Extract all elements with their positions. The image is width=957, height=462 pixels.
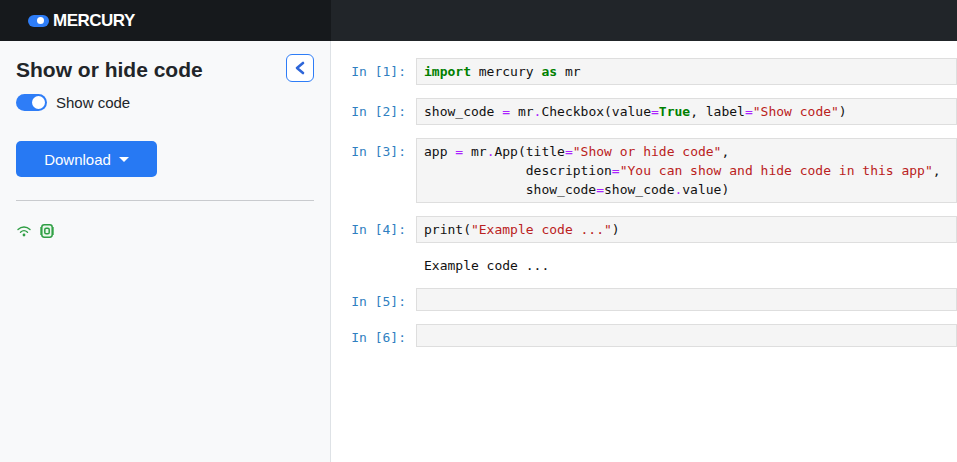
navbar-spacer — [331, 0, 957, 41]
worker-status-icon — [39, 223, 55, 239]
cell-prompt: In [4]: — [331, 216, 416, 243]
chevron-left-icon — [294, 61, 306, 75]
status-indicators — [16, 223, 314, 239]
mercury-brand-link[interactable]: MERCURY — [28, 11, 135, 31]
app-title: Show or hide code — [16, 54, 203, 82]
notebook-cell: In [5]: — [331, 288, 957, 311]
mercury-logo-icon — [28, 15, 49, 27]
cell-code — [417, 325, 956, 344]
top-navbar: MERCURY — [0, 0, 957, 41]
cell-input: app = mr.App(title="Show or hide code", … — [416, 138, 957, 203]
dropdown-caret-icon — [119, 157, 129, 162]
cell-code: print("Example code ...") — [417, 217, 956, 242]
sidebar-divider — [16, 200, 314, 201]
download-label: Download — [44, 151, 111, 168]
cell-input — [416, 288, 957, 311]
cell-code — [417, 289, 956, 308]
navbar-brand-area: MERCURY — [0, 0, 331, 41]
notebook-cell: In [6]: — [331, 324, 957, 347]
show-code-widget: Show code — [16, 94, 314, 111]
main-content: In [1]:import mercury as mrIn [2]:show_c… — [331, 41, 957, 462]
cell-prompt: In [5]: — [331, 288, 416, 311]
notebook-cell: In [4]:print("Example code ...") — [331, 216, 957, 243]
cell-prompt: In [3]: — [331, 138, 416, 203]
page-body: Show or hide code Show code Download — [0, 41, 957, 462]
output-prompt-spacer — [331, 252, 416, 279]
download-button[interactable]: Download — [16, 141, 157, 177]
sidebar-collapse-button[interactable] — [286, 54, 314, 82]
notebook-cell: In [2]:show_code = mr.Checkbox(value=Tru… — [331, 98, 957, 125]
notebook-cell: In [1]:import mercury as mr — [331, 58, 957, 85]
cell-prompt: In [1]: — [331, 58, 416, 85]
cell-prompt: In [2]: — [331, 98, 416, 125]
wifi-icon — [16, 224, 32, 238]
cell-prompt: In [6]: — [331, 324, 416, 347]
cell-input: print("Example code ...") — [416, 216, 957, 243]
cell-input: import mercury as mr — [416, 58, 957, 85]
notebook-cell: In [3]:app = mr.App(title="Show or hide … — [331, 138, 957, 203]
show-code-label: Show code — [56, 94, 130, 111]
brand-name: MERCURY — [53, 11, 135, 31]
show-code-toggle[interactable] — [16, 94, 47, 111]
cell-code: app = mr.App(title="Show or hide code", … — [417, 139, 956, 202]
cell-code: import mercury as mr — [417, 59, 956, 84]
sidebar: Show or hide code Show code Download — [0, 41, 331, 462]
cell-input — [416, 324, 957, 347]
cell-code: show_code = mr.Checkbox(value=True, labe… — [417, 99, 956, 124]
cell-input: show_code = mr.Checkbox(value=True, labe… — [416, 98, 957, 125]
notebook-cell-output: Example code ... — [331, 252, 957, 279]
cell-output: Example code ... — [416, 252, 957, 279]
sidebar-header: Show or hide code — [16, 54, 314, 82]
notebook: In [1]:import mercury as mrIn [2]:show_c… — [331, 58, 957, 347]
